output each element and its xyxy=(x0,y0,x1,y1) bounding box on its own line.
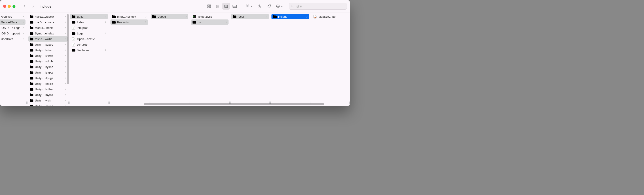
file-row[interactable]: MacSDK.hpp xyxy=(312,14,348,19)
gallery-view-button[interactable] xyxy=(230,3,238,10)
chevron-right-icon xyxy=(184,15,187,18)
chevron-down-icon xyxy=(281,5,283,8)
file-row[interactable]: Inter…noindex xyxy=(110,14,148,19)
file-row[interactable]: iOS D…e Logs xyxy=(0,25,26,30)
nav-back-button[interactable] xyxy=(21,3,28,10)
chevron-right-icon xyxy=(63,15,66,18)
search-field[interactable] xyxy=(289,3,347,10)
action-menu[interactable] xyxy=(275,3,284,10)
file-row[interactable]: Open…dex-v1 xyxy=(70,36,108,42)
file-row[interactable]: usr xyxy=(191,20,228,25)
column-body[interactable]: Debug xyxy=(149,14,190,106)
file-row[interactable]: TextIndex xyxy=(70,48,108,53)
column-body[interactable]: ArchivesDerivedDataiOS D…e LogsiOS D…upp… xyxy=(0,14,27,106)
column-body[interactable]: libtest.dylibusr xyxy=(190,14,230,106)
file-row[interactable]: include xyxy=(272,14,309,19)
zoom-window-button[interactable] xyxy=(12,5,16,8)
chevron-down-icon xyxy=(251,5,253,8)
close-window-button[interactable] xyxy=(3,5,6,8)
folder-icon xyxy=(30,87,34,91)
nav-forward-button[interactable] xyxy=(30,3,36,10)
file-row[interactable]: UserData xyxy=(0,36,26,42)
tags-button[interactable] xyxy=(265,3,273,10)
group-by-menu[interactable] xyxy=(245,3,254,10)
file-row[interactable]: libtest.dylib xyxy=(191,14,228,19)
file-row[interactable]: macV…cnvkzs xyxy=(28,20,68,25)
file-row[interactable]: local xyxy=(231,14,269,19)
file-row[interactable]: Unity-…kacpp xyxy=(28,42,68,47)
chevron-right-icon xyxy=(63,38,66,40)
file-row[interactable]: Unity-…ivtrwn xyxy=(28,53,68,58)
icon-view-button[interactable] xyxy=(205,3,213,10)
folder-icon xyxy=(30,14,34,18)
file-row[interactable]: Unity-…rhkcjk xyxy=(28,81,68,86)
svg-rect-15 xyxy=(234,8,234,8)
folder-icon xyxy=(112,14,116,18)
file-row[interactable]: Unity-…mywc xyxy=(28,92,68,98)
file-row[interactable]: Archives xyxy=(0,14,26,19)
chevron-right-icon xyxy=(144,15,147,18)
chevron-right-icon xyxy=(21,38,24,40)
chevron-right-icon xyxy=(103,21,106,24)
file-row[interactable]: Unity-…lmilsy xyxy=(28,86,68,92)
vertical-scrollbar[interactable] xyxy=(67,14,69,100)
list-view-button[interactable] xyxy=(214,3,222,10)
svg-rect-17 xyxy=(236,8,236,8)
file-row[interactable]: Unity-…ndruh xyxy=(28,58,68,64)
file-row[interactable]: Unity-…itpuga xyxy=(28,75,68,81)
file-row[interactable]: Logs xyxy=(70,31,108,36)
file-label: Archives xyxy=(1,15,21,18)
column-5: libtest.dylibusr xyxy=(190,13,230,106)
column-body[interactable]: include xyxy=(270,14,310,106)
svg-point-4 xyxy=(216,5,216,6)
file-row[interactable]: Unity-…ictqxx xyxy=(28,70,68,75)
chevron-right-icon xyxy=(63,43,66,46)
svg-rect-2 xyxy=(208,7,209,8)
file-label: local xyxy=(238,15,264,18)
chevron-right-icon xyxy=(21,32,24,35)
column-body[interactable]: BuildIndexinfo.plistLogsOpen…dex-v1scm.p… xyxy=(69,14,109,106)
file-label: Unity-…wkhn xyxy=(35,99,63,102)
file-row[interactable]: info.plist xyxy=(70,25,108,30)
horizontal-scrollbar[interactable] xyxy=(0,102,350,106)
folder-icon xyxy=(152,14,156,18)
file-label: Unity-…itpuga xyxy=(35,76,63,80)
column-body[interactable]: Inter…noindexProducts xyxy=(109,14,149,106)
folder-icon xyxy=(30,59,34,63)
file-row[interactable]: test-d…wwbq xyxy=(28,36,68,42)
share-icon xyxy=(258,4,262,8)
column-body[interactable]: hellow…rcbewmacV…cnvkzsModul…indexSymb…o… xyxy=(27,14,69,106)
file-row[interactable]: Unity-…lufmq xyxy=(28,48,68,53)
window-controls xyxy=(3,5,16,8)
folder-icon xyxy=(30,20,34,24)
folder-icon xyxy=(30,82,34,86)
file-label: UserData xyxy=(1,37,21,41)
file-row[interactable]: Symb…oindex xyxy=(28,31,68,36)
file-label: Unity-…lufmq xyxy=(35,48,63,52)
file-row[interactable]: Modul…index xyxy=(28,25,68,30)
file-row[interactable]: DerivedData xyxy=(0,20,26,25)
file-row[interactable]: scm.plist xyxy=(70,42,108,47)
folder-icon xyxy=(72,14,76,18)
file-row[interactable]: Unity-…bysnb xyxy=(28,64,68,70)
chevron-left-icon xyxy=(23,5,26,8)
file-row[interactable]: iOS D…upport xyxy=(0,31,26,36)
folder-icon xyxy=(30,26,34,30)
search-input[interactable] xyxy=(296,4,344,8)
share-button[interactable] xyxy=(255,3,264,10)
column-body[interactable]: MacSDK.hpp xyxy=(310,14,350,106)
file-row[interactable]: Build xyxy=(70,14,108,19)
column-body[interactable]: local xyxy=(230,14,270,106)
file-row[interactable]: Debug xyxy=(151,14,188,19)
file-label: info.plist xyxy=(77,26,106,30)
chevron-right-icon xyxy=(21,15,24,18)
chevron-right-icon xyxy=(304,15,308,18)
column-view-button[interactable] xyxy=(222,3,230,10)
column-8: MacSDK.hpp xyxy=(310,13,350,106)
file-row[interactable]: Products xyxy=(110,20,148,25)
file-row[interactable]: Index xyxy=(70,20,108,25)
svg-point-27 xyxy=(278,6,279,6)
minimize-window-button[interactable] xyxy=(8,5,11,8)
folder-icon xyxy=(30,65,34,69)
file-row[interactable]: hellow…rcbew xyxy=(28,14,68,19)
